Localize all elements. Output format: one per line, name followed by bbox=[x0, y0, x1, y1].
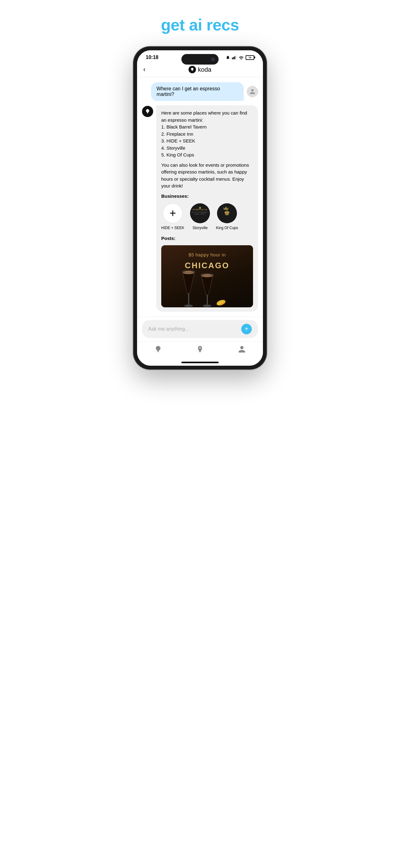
list-item-5: 5. King Of Cups bbox=[161, 152, 194, 157]
svg-rect-0 bbox=[232, 58, 233, 59]
signal-icon bbox=[232, 55, 237, 60]
svg-text:A JULIUS SPEAKEASY: A JULIUS SPEAKEASY bbox=[192, 211, 208, 213]
app-name: koda bbox=[198, 66, 211, 73]
hide-seek-logo: + bbox=[163, 203, 182, 223]
svg-rect-15 bbox=[207, 295, 208, 306]
list-item-1: 1. Black Barrel Tavern bbox=[161, 124, 206, 129]
user-avatar bbox=[247, 86, 258, 97]
hide-seek-name: HIDE + SEEK bbox=[161, 225, 184, 231]
svg-rect-2 bbox=[234, 57, 235, 59]
front-camera bbox=[211, 57, 215, 61]
back-button[interactable]: ‹ bbox=[143, 65, 145, 73]
svg-rect-3 bbox=[235, 56, 236, 59]
business-item-hide-seek[interactable]: + HIDE + SEEK bbox=[161, 203, 184, 231]
cocktail-image bbox=[164, 267, 251, 307]
phone-notch bbox=[181, 54, 219, 65]
user-message-row: Where can I get an espresso martini? bbox=[142, 82, 258, 101]
king-of-cups-logo: ♚ bbox=[217, 203, 237, 223]
status-icons: 76 bbox=[226, 55, 254, 60]
bot-avatar bbox=[142, 106, 153, 117]
mute-icon bbox=[226, 55, 230, 60]
svg-text:CLARK STREET: CLARK STREET bbox=[194, 213, 206, 215]
nav-bar: ‹ koda bbox=[137, 63, 263, 77]
bot-text-outro: You can also look for events or promotio… bbox=[161, 162, 253, 190]
plus-icon: + bbox=[170, 208, 176, 219]
app-logo bbox=[189, 66, 196, 73]
nav-location[interactable] bbox=[196, 345, 204, 353]
businesses-label: Businesses: bbox=[161, 193, 253, 200]
nav-profile[interactable] bbox=[238, 345, 246, 353]
list-item-4: 4. Storyville bbox=[161, 145, 186, 151]
nav-title: koda bbox=[189, 66, 211, 73]
wifi-icon bbox=[239, 55, 244, 60]
bottom-nav bbox=[137, 342, 263, 360]
list-item-3: 3. HIDE + SEEK bbox=[161, 138, 195, 144]
battery-icon: 76 bbox=[245, 55, 254, 60]
svg-rect-11 bbox=[188, 293, 189, 306]
user-bubble: Where can I get an espresso martini? bbox=[151, 82, 244, 101]
business-item-king-of-cups[interactable]: ♚ King Of Cups bbox=[216, 203, 238, 231]
status-time: 10:18 bbox=[146, 55, 159, 60]
post-card[interactable]: $5 happy hour in CHICAGO bbox=[161, 245, 253, 307]
king-of-cups-name: King Of Cups bbox=[216, 225, 238, 231]
svg-text:STORYVILLE: STORYVILLE bbox=[193, 209, 207, 211]
hero-title: get ai recs bbox=[161, 16, 239, 34]
input-field[interactable]: Ask me anything... bbox=[142, 320, 258, 338]
list-item-2: 2. Fireplace Inn bbox=[161, 131, 193, 136]
svg-point-16 bbox=[203, 305, 211, 307]
businesses-row: + HIDE + SEEK STORYVILLE bbox=[161, 203, 253, 232]
bot-bubble: Here are some places where you can find … bbox=[156, 105, 258, 312]
posts-label: Posts: bbox=[161, 235, 253, 242]
bot-message-row: Here are some places where you can find … bbox=[142, 105, 258, 312]
svg-text:♚: ♚ bbox=[224, 209, 230, 217]
chat-area: Where can I get an espresso martini? bbox=[137, 77, 263, 317]
post-headline: $5 happy hour in bbox=[189, 251, 226, 258]
send-button[interactable] bbox=[241, 324, 252, 334]
svg-rect-1 bbox=[233, 57, 234, 59]
storyville-logo: STORYVILLE A JULIUS SPEAKEASY CLARK STRE… bbox=[190, 203, 210, 223]
storyville-name: Storyville bbox=[193, 225, 208, 231]
phone-frame: 10:18 bbox=[133, 46, 267, 369]
nav-flame[interactable] bbox=[154, 345, 162, 353]
svg-point-12 bbox=[184, 305, 193, 307]
home-indicator bbox=[137, 360, 263, 366]
input-bar: Ask me anything... bbox=[137, 317, 263, 342]
business-item-storyville[interactable]: STORYVILLE A JULIUS SPEAKEASY CLARK STRE… bbox=[189, 203, 211, 231]
home-indicator-bar bbox=[181, 362, 219, 363]
bot-text-intro: Here are some places where you can find … bbox=[161, 110, 253, 159]
input-placeholder: Ask me anything... bbox=[148, 326, 189, 332]
